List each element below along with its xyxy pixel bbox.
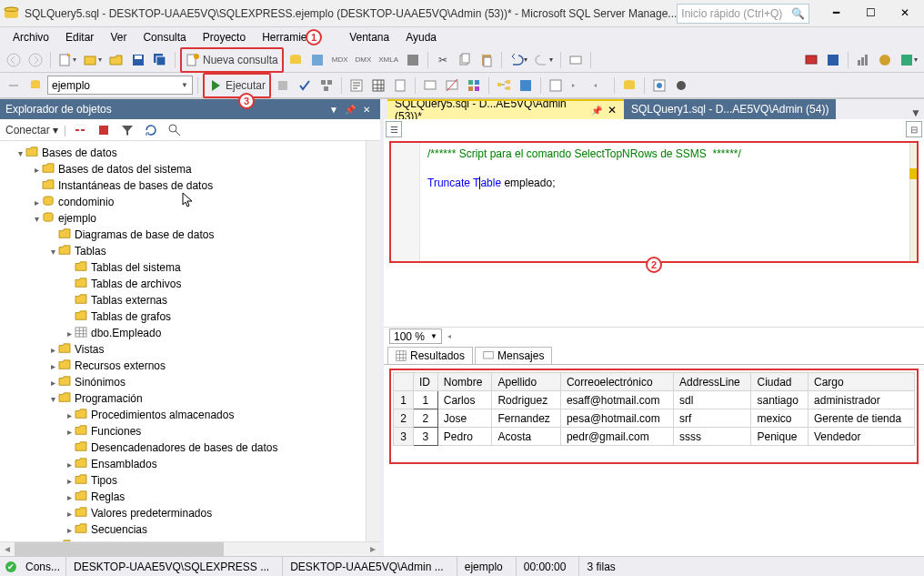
change-connection-icon[interactable] <box>25 76 45 96</box>
tree-node-n1[interactable]: ▸Bases de datos del sistema <box>0 161 366 177</box>
stop-icon[interactable] <box>273 76 293 96</box>
grid-cell[interactable]: Gerente de tienda <box>808 409 915 428</box>
parse-icon[interactable] <box>295 76 315 96</box>
menu-proyecto[interactable]: Proyecto <box>196 29 253 45</box>
menu-ver[interactable]: Ver <box>103 29 134 45</box>
redo-icon[interactable]: ▾ <box>532 50 556 70</box>
tree-node-n7[interactable]: Tablas del sistema <box>0 259 366 276</box>
as-query-icon[interactable] <box>307 50 327 70</box>
tree-node-n13[interactable]: ▸Recursos externos <box>0 358 366 374</box>
collapse-icon[interactable]: ▾ <box>15 148 25 158</box>
undo-icon[interactable]: ▾ <box>507 50 530 70</box>
tree-node-n22[interactable]: ▸Valores predeterminados <box>0 505 366 521</box>
expand-icon[interactable]: ▸ <box>47 361 58 371</box>
indent-icon[interactable] <box>567 76 588 96</box>
save-all-icon[interactable] <box>150 50 170 70</box>
tree-node-n23[interactable]: ▸Secuencias <box>0 521 366 538</box>
specify-values-icon[interactable] <box>546 76 566 96</box>
panel-pin-icon[interactable]: 📌 <box>342 105 358 115</box>
expand-icon[interactable]: ▸ <box>64 328 75 339</box>
collapse-icon[interactable]: ▾ <box>31 214 42 224</box>
debug-icon[interactable] <box>671 76 691 96</box>
uncomment-icon[interactable] <box>442 76 462 96</box>
new-item-icon[interactable]: ▾ <box>55 50 79 70</box>
tree-node-n10[interactable]: Tablas de grafos <box>0 308 366 325</box>
grid-rownum[interactable]: 3 <box>394 428 414 446</box>
results-grid-icon[interactable] <box>368 76 388 96</box>
expand-icon[interactable]: ▸ <box>64 460 75 470</box>
menu-consulta[interactable]: Consulta <box>136 29 193 45</box>
grid-header[interactable]: Correoelectrónico <box>560 373 673 391</box>
quick-launch-input[interactable]: Inicio rápido (Ctrl+Q) 🔍 <box>677 4 809 24</box>
grid-cell[interactable]: santiago <box>751 391 808 409</box>
tree-node-n9[interactable]: Tablas externas <box>0 292 366 308</box>
filter-icon[interactable] <box>117 120 137 140</box>
include-stats-icon[interactable] <box>853 50 873 70</box>
tree-node-n17[interactable]: ▸Funciones <box>0 423 366 440</box>
sqlcmd-icon[interactable] <box>619 76 639 96</box>
minimize-button[interactable]: ━ <box>820 4 851 24</box>
new-project-icon[interactable]: ▾ <box>81 50 105 70</box>
tree-node-n5[interactable]: Diagramas de base de datos <box>0 227 366 243</box>
grid-header[interactable]: AddressLine <box>674 373 751 391</box>
expand-icon[interactable]: ▸ <box>31 165 42 175</box>
grid-header[interactable]: Ciudad <box>751 373 808 391</box>
expand-icon[interactable]: ▸ <box>31 197 42 207</box>
dmx-icon[interactable]: DMX <box>353 50 375 70</box>
grid-cell[interactable]: pedr@gmail.com <box>560 428 673 446</box>
options-icon[interactable] <box>875 50 895 70</box>
menu-ventana[interactable]: Ventana <box>342 29 397 45</box>
disconnect-icon[interactable] <box>70 120 90 140</box>
search2-icon[interactable] <box>165 120 185 140</box>
tree-node-n4[interactable]: ▾ejemplo <box>0 210 366 227</box>
xe-icon[interactable] <box>403 50 423 70</box>
tab-sqlquery1[interactable]: SQLQuery1.sql - D...AE5VQ\Admin (54)) <box>624 99 836 119</box>
panel-close-icon[interactable]: ✕ <box>358 105 375 115</box>
tab-close-icon[interactable]: ✕ <box>608 104 617 116</box>
expand-icon[interactable]: ▸ <box>64 492 75 502</box>
grid-header[interactable]: ID <box>414 373 438 391</box>
expand-icon[interactable]: ▸ <box>64 410 75 420</box>
grid-cell[interactable]: Rodriguez <box>492 391 560 409</box>
expand-icon[interactable]: ▸ <box>47 345 58 355</box>
tree-node-n3[interactable]: ▸condominio <box>0 194 366 210</box>
copy-icon[interactable] <box>455 50 475 70</box>
grid-cell[interactable]: esaff@hotmail.com <box>560 391 673 409</box>
editor-split-icon[interactable]: ⊟ <box>906 121 922 137</box>
results-tab-resultados[interactable]: Resultados <box>387 347 473 364</box>
editor-nav-bar-icon[interactable]: ☰ <box>386 121 402 137</box>
menu-archivo[interactable]: Archivo <box>5 29 56 45</box>
grid-rownum[interactable]: 2 <box>394 409 414 428</box>
grid-cell[interactable]: 3 <box>414 428 438 446</box>
grid-cell[interactable]: srf <box>674 409 751 428</box>
grid-header[interactable]: Cargo <box>808 373 915 391</box>
menu-ayuda[interactable]: Ayuda <box>398 29 444 45</box>
close-button[interactable]: ✕ <box>889 4 920 24</box>
grid-cell[interactable]: Acosta <box>492 428 560 446</box>
tree-node-n12[interactable]: ▸Vistas <box>0 341 366 358</box>
refresh-icon[interactable] <box>141 120 161 140</box>
results-file-icon[interactable] <box>390 76 410 96</box>
connect-button[interactable]: Conectar ▾ <box>5 124 60 136</box>
grid-cell[interactable]: Penique <box>751 428 808 446</box>
table-row[interactable]: 11CarlosRodriguezesaff@hotmail.comsdlsan… <box>394 391 915 409</box>
cut-icon[interactable]: ✂ <box>433 50 453 70</box>
comment-icon[interactable] <box>420 76 440 96</box>
grid-cell[interactable]: Vendedor <box>808 428 915 446</box>
grid-cell[interactable]: 1 <box>414 391 438 409</box>
database-selector[interactable]: ejemplo ▼ <box>47 76 193 95</box>
expand-icon[interactable]: ▸ <box>47 541 58 542</box>
scroll-right-icon[interactable]: ▸ <box>366 542 380 556</box>
include-live-stats-icon[interactable] <box>516 76 536 96</box>
client-stats-icon[interactable] <box>464 76 484 96</box>
expand-icon[interactable]: ▸ <box>47 378 58 388</box>
oe-horizontal-scrollbar[interactable]: ◂ ▸ <box>0 541 380 556</box>
expand-icon[interactable]: ▸ <box>64 525 75 535</box>
execute-button[interactable]: Ejecutar <box>206 76 268 96</box>
grid-cell[interactable]: sdl <box>674 391 751 409</box>
tab-sqlquery5[interactable]: SQLQuery5.sql - D...AE5VQ\Admin (53))* 📌… <box>387 99 624 119</box>
tree-node-n21[interactable]: ▸Reglas <box>0 489 366 505</box>
grid-cell[interactable]: Fernandez <box>492 409 560 428</box>
table-row[interactable]: 22JoseFernandezpesa@hotmail.comsrfmexico… <box>394 409 915 428</box>
help-dropdown-icon[interactable]: ▾ <box>897 50 920 70</box>
